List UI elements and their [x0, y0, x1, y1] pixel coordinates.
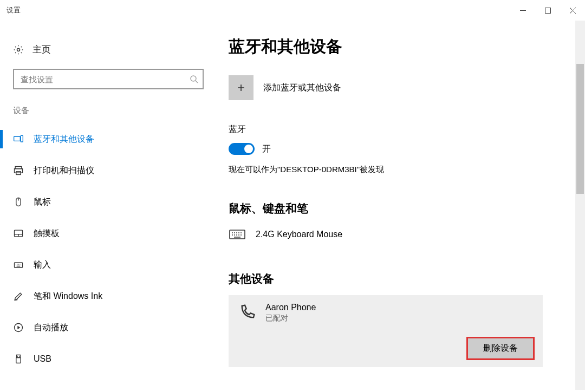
svg-point-2: [191, 76, 196, 81]
nav-typing[interactable]: 输入: [0, 249, 206, 280]
selected-device-name: Aaron Phone: [265, 303, 316, 312]
scrollbar[interactable]: [575, 21, 585, 390]
bluetooth-toggle[interactable]: [229, 143, 255, 155]
discoverable-text: 现在可以作为"DESKTOP-0DRM3BI"被发现: [229, 165, 585, 175]
nav-group-label: 设备: [0, 106, 206, 123]
keyboard-icon: [229, 228, 246, 241]
nav-label: 触摸板: [34, 228, 60, 239]
nav-usb[interactable]: USB: [0, 343, 206, 375]
nav-label: 蓝牙和其他设备: [34, 134, 94, 145]
nav-label: USB: [34, 354, 51, 364]
pen-icon: [13, 291, 24, 302]
autoplay-icon: [13, 322, 24, 333]
device-name: 2.4G Keyboard Mouse: [256, 230, 342, 239]
nav-label: 输入: [34, 259, 51, 271]
page-title: 蓝牙和其他设备: [229, 36, 585, 58]
scrollbar-thumb[interactable]: [576, 64, 584, 194]
device-aaron-phone[interactable]: Aaron Phone 已配对 删除设备: [229, 295, 543, 367]
window-controls: [510, 2, 585, 19]
svg-rect-3: [14, 136, 21, 141]
add-device-row[interactable]: + 添加蓝牙或其他设备: [229, 75, 585, 100]
printer-icon: [13, 165, 24, 176]
sidebar: 主页 设备 蓝牙和其他设备 打印机和扫描仪 鼠标: [0, 21, 206, 392]
svg-rect-6: [15, 169, 23, 173]
section-other-devices: 其他设备: [229, 271, 585, 286]
selected-device-status: 已配对: [265, 313, 316, 323]
search-input[interactable]: [21, 75, 190, 84]
nav-label: 笔和 Windows Ink: [34, 291, 102, 302]
home-label: 主页: [32, 43, 51, 56]
window-title: 设置: [6, 5, 21, 15]
title-bar: 设置: [0, 0, 585, 21]
plus-icon: +: [229, 75, 253, 100]
remove-device-button[interactable]: 删除设备: [468, 338, 533, 358]
svg-point-1: [17, 48, 20, 51]
nav-label: 鼠标: [34, 197, 51, 208]
keyboard-icon: [13, 259, 24, 270]
close-button[interactable]: [560, 2, 585, 19]
svg-rect-0: [545, 8, 550, 13]
device-keyboard-mouse[interactable]: 2.4G Keyboard Mouse: [229, 225, 585, 244]
bluetooth-label: 蓝牙: [229, 124, 585, 135]
search-box[interactable]: [13, 69, 204, 89]
gear-icon: [13, 44, 24, 55]
touchpad-icon: [13, 228, 24, 239]
nav-mouse[interactable]: 鼠标: [0, 186, 206, 218]
usb-icon: [13, 354, 24, 364]
main-panel: 蓝牙和其他设备 + 添加蓝牙或其他设备 蓝牙 开 现在可以作为"DESKTOP-…: [206, 21, 585, 392]
nav-printers[interactable]: 打印机和扫描仪: [0, 155, 206, 186]
section-mouse-keyboard: 鼠标、键盘和笔: [229, 201, 585, 216]
nav-bluetooth[interactable]: 蓝牙和其他设备: [0, 123, 206, 155]
search-icon: [190, 75, 198, 83]
nav-autoplay[interactable]: 自动播放: [0, 312, 206, 343]
phone-icon: [238, 304, 256, 321]
nav-pen[interactable]: 笔和 Windows Ink: [0, 280, 206, 312]
mouse-icon: [13, 197, 24, 207]
add-device-label: 添加蓝牙或其他设备: [263, 82, 341, 94]
maximize-button[interactable]: [535, 2, 560, 19]
toggle-state-label: 开: [262, 143, 271, 155]
home-link[interactable]: 主页: [0, 43, 206, 69]
svg-rect-13: [16, 358, 21, 363]
nav-label: 自动播放: [34, 322, 68, 334]
nav-touchpad[interactable]: 触摸板: [0, 218, 206, 249]
svg-rect-4: [21, 135, 23, 142]
svg-rect-10: [15, 263, 23, 267]
nav-label: 打印机和扫描仪: [34, 165, 94, 177]
bluetooth-devices-icon: [13, 134, 24, 145]
minimize-button[interactable]: [510, 2, 535, 19]
